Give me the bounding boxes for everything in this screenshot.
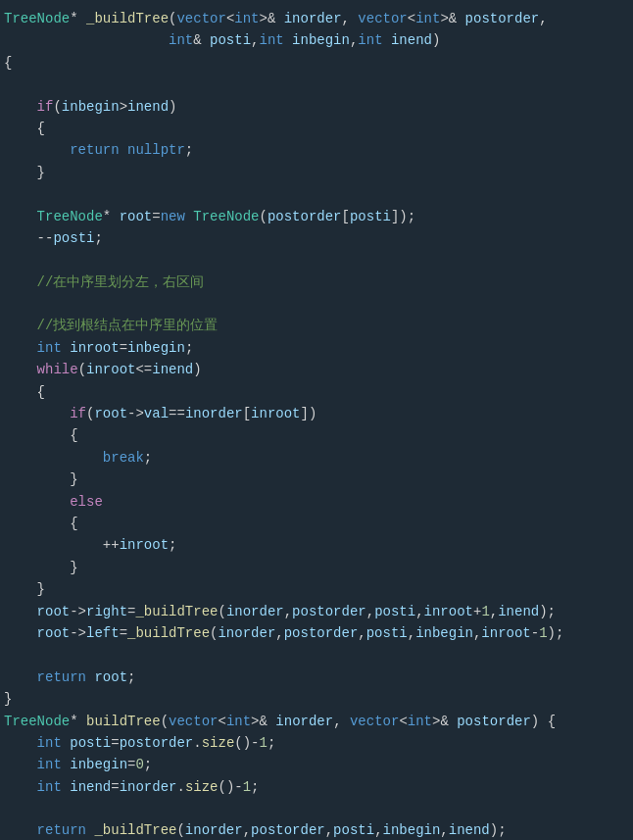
code-line xyxy=(0,798,633,819)
code-line: int inbegin=0; xyxy=(0,754,633,775)
code-line: ++inroot; xyxy=(0,534,633,556)
code-line: TreeNode* root=new TreeNode(postorder[po… xyxy=(0,206,633,227)
code-line: break; xyxy=(0,447,633,469)
code-line: int inroot=inbegin; xyxy=(0,337,633,359)
code-line: int posti=postorder.size()-1; xyxy=(0,732,633,754)
code-line: //找到根结点在中序里的位置 xyxy=(0,315,633,336)
code-line: else xyxy=(0,491,633,513)
code-line: } xyxy=(0,578,633,600)
code-line: { xyxy=(0,52,633,74)
code-line: { xyxy=(0,381,633,403)
code-line: } xyxy=(0,688,633,710)
code-line: { xyxy=(0,424,633,446)
code-line: } xyxy=(0,162,633,183)
code-line: } xyxy=(0,557,633,578)
code-line: //在中序里划分左，右区间 xyxy=(0,272,633,293)
code-line: --posti; xyxy=(0,227,633,249)
code-line xyxy=(0,249,633,271)
code-line: if(root->val==inorder[inroot]) xyxy=(0,403,633,424)
code-line: return _buildTree(inorder,postorder,post… xyxy=(0,819,633,840)
code-line xyxy=(0,293,633,315)
code-line: int& posti,int inbegin,int inend) xyxy=(0,29,633,51)
code-container: TreeNode* _buildTree(vector<int>& inorde… xyxy=(0,0,633,840)
code-line: int inend=inorder.size()-1; xyxy=(0,776,633,798)
code-line: } xyxy=(0,469,633,490)
code-line: { xyxy=(0,118,633,139)
code-line: root->left=_buildTree(inorder,postorder,… xyxy=(0,622,633,644)
code-line: return nullptr; xyxy=(0,139,633,161)
code-line xyxy=(0,644,633,666)
code-line: return root; xyxy=(0,667,633,688)
code-line: while(inroot<=inend) xyxy=(0,359,633,380)
code-line: TreeNode* _buildTree(vector<int>& inorde… xyxy=(0,8,633,29)
code-line xyxy=(0,74,633,95)
code-line: TreeNode* buildTree(vector<int>& inorder… xyxy=(0,711,633,732)
code-line: root->right=_buildTree(inorder,postorder… xyxy=(0,601,633,622)
code-line: if(inbegin>inend) xyxy=(0,96,633,118)
code-line xyxy=(0,183,633,205)
code-line: { xyxy=(0,513,633,534)
